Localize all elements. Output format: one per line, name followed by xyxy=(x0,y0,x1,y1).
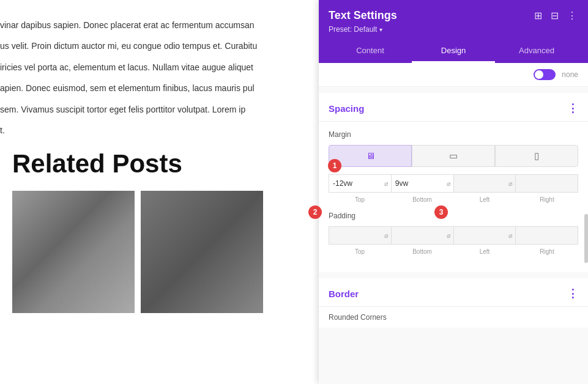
margin-top-label: Top xyxy=(329,196,391,203)
border-section-header: Border ⋮ xyxy=(319,278,588,307)
toggle-pill[interactable] xyxy=(534,69,556,80)
panel-header-top: Text Settings ⊞ ⊟ ⋮ xyxy=(329,9,578,23)
panel-preset[interactable]: Preset: Default ▾ xyxy=(329,25,578,34)
padding-bottom-input[interactable] xyxy=(392,227,444,244)
border-menu-btn[interactable]: ⋮ xyxy=(567,287,578,300)
margin-bottom-label: Bottom xyxy=(391,196,453,203)
padding-left-cell: ⌀ xyxy=(454,226,516,245)
device-tab-tablet[interactable]: ▭ xyxy=(412,145,495,167)
tab-design[interactable]: Design xyxy=(412,40,495,63)
padding-bottom-link[interactable]: ⌀ xyxy=(444,232,453,240)
margin-left-label: Left xyxy=(453,196,516,203)
padding-labels-row: Top Bottom Left Right xyxy=(329,247,578,255)
padding-top-cell: ⌀ xyxy=(329,226,392,245)
preset-caret: ▾ xyxy=(379,26,382,33)
columns-icon-btn[interactable]: ⊟ xyxy=(549,9,560,23)
margin-right-input[interactable] xyxy=(516,175,578,192)
device-tabs: 🖥 ▭ ▯ xyxy=(329,145,578,167)
image-row xyxy=(12,191,306,313)
padding-top-label: Top xyxy=(329,248,391,255)
spacing-title: Spacing xyxy=(329,103,364,114)
device-tab-mobile[interactable]: ▯ xyxy=(495,145,578,167)
monitor-icon: 🖥 xyxy=(366,150,375,161)
margin-left-cell: ⌀ xyxy=(454,174,516,193)
paragraph-2: us velit. Proin dictum auctor mi, eu con… xyxy=(0,39,306,53)
spacing-section: Spacing ⋮ Margin 🖥 ▭ ▯ xyxy=(319,93,588,272)
margin-top-input[interactable] xyxy=(329,175,382,192)
badge-2: 2 xyxy=(308,205,322,219)
content-area: vinar dapibus sapien. Donec placerat era… xyxy=(0,0,318,384)
margin-bottom-input[interactable] xyxy=(392,175,444,192)
padding-inputs-row: ⌀ ⌀ ⌀ xyxy=(329,226,578,245)
toggle-row: none xyxy=(319,63,588,87)
margin-left-link[interactable]: ⌀ xyxy=(506,180,515,188)
spacing-section-header: Spacing ⋮ xyxy=(319,93,588,122)
padding-top-link[interactable]: ⌀ xyxy=(382,232,391,240)
margin-top-cell: ⌀ xyxy=(329,174,392,193)
panel-title: Text Settings xyxy=(329,9,397,22)
tab-advanced[interactable]: Advanced xyxy=(495,40,578,63)
padding-top-input[interactable] xyxy=(329,227,382,244)
padding-left-label: Left xyxy=(453,248,516,255)
padding-right-cell xyxy=(516,226,578,245)
margin-bottom-cell: ⌀ xyxy=(392,174,454,193)
margin-top-link[interactable]: ⌀ xyxy=(382,180,391,188)
panel-body: none Spacing ⋮ Margin 🖥 ▭ ▯ xyxy=(319,63,588,384)
badge-1: 1 xyxy=(328,159,341,172)
panel-header-icons: ⊞ ⊟ ⋮ xyxy=(533,9,578,23)
padding-left-input[interactable] xyxy=(454,227,507,244)
margin-bottom-link[interactable]: ⌀ xyxy=(444,180,453,188)
badge-3: 3 xyxy=(434,205,448,219)
padding-left-link[interactable]: ⌀ xyxy=(506,232,515,240)
spacing-content: Margin 🖥 ▭ ▯ ⌀ xyxy=(319,122,588,272)
person-image xyxy=(141,191,263,313)
related-posts-title: Related Posts xyxy=(12,149,306,179)
margin-label: Margin xyxy=(329,130,578,139)
margin-labels-row: Top Bottom Left Right xyxy=(329,195,578,203)
paragraph-3: iricies vel porta ac, elementum et lacus… xyxy=(0,61,306,74)
paragraph-1: vinar dapibus sapien. Donec placerat era… xyxy=(0,18,306,32)
mobile-icon: ▯ xyxy=(534,150,539,161)
margin-left-input[interactable] xyxy=(454,175,507,192)
more-menu-btn[interactable]: ⋮ xyxy=(566,9,578,23)
tablet-icon: ▭ xyxy=(449,150,458,161)
rounded-corners-label: Rounded Corners xyxy=(319,307,588,328)
padding-bottom-label: Bottom xyxy=(391,248,453,255)
panel-header: Text Settings ⊞ ⊟ ⋮ Preset: Default ▾ Co… xyxy=(319,0,588,63)
toggle-label: none xyxy=(562,70,578,79)
paragraph-6: t. xyxy=(0,124,306,137)
padding-bottom-cell: ⌀ xyxy=(392,226,454,245)
margin-right-label: Right xyxy=(516,196,578,203)
border-section: Border ⋮ Rounded Corners xyxy=(319,278,588,328)
padding-right-label: Right xyxy=(516,248,578,255)
text-settings-panel: Text Settings ⊞ ⊟ ⋮ Preset: Default ▾ Co… xyxy=(319,0,588,384)
padding-label: Padding xyxy=(329,212,578,220)
scroll-indicator[interactable] xyxy=(584,214,588,263)
coffee-image xyxy=(12,191,135,313)
panel-tabs: Content Design Advanced xyxy=(329,40,578,63)
resize-icon-btn[interactable]: ⊞ xyxy=(533,9,543,23)
border-title: Border xyxy=(329,289,359,299)
margin-inputs-row: ⌀ ⌀ ⌀ xyxy=(329,174,578,193)
spacing-menu-btn[interactable]: ⋮ xyxy=(567,102,578,115)
margin-right-cell xyxy=(516,174,578,193)
padding-right-input[interactable] xyxy=(516,227,578,244)
paragraph-5: sem. Vivamus suscipit tortor eget felis … xyxy=(0,103,306,116)
tab-content[interactable]: Content xyxy=(329,40,412,63)
paragraph-4: apien. Donec euismod, sem et elementum f… xyxy=(0,81,306,95)
